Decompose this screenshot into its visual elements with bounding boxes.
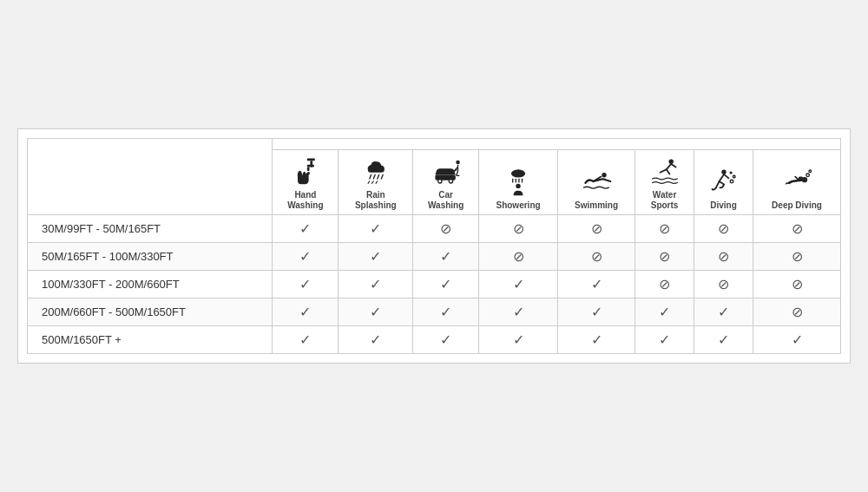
table-row: 50M/165FT - 100M/330FT✓✓✓⊘⊘⊘⊘⊘ <box>28 243 841 271</box>
value-cell: ✓ <box>273 326 339 354</box>
no-mark: ⊘ <box>792 277 803 292</box>
value-cell: ✓ <box>413 271 479 298</box>
no-mark: ⊘ <box>792 221 803 236</box>
no-mark: ⊘ <box>718 221 729 236</box>
col-rain-splashing: RainSplashing <box>339 150 413 215</box>
col-water-sports-label: WaterSports <box>639 190 690 211</box>
table-row: 100M/330FT - 200M/660FT✓✓✓✓✓⊘⊘⊘ <box>28 271 841 298</box>
main-table-wrapper: HandWashing <box>17 128 851 364</box>
check-mark: ✓ <box>792 332 803 347</box>
no-mark: ⊘ <box>513 249 524 264</box>
value-cell: ✓ <box>339 326 413 354</box>
value-cell: ✓ <box>694 326 753 354</box>
value-cell: ✓ <box>479 326 558 354</box>
value-cell: ✓ <box>413 298 479 326</box>
value-cell: ✓ <box>557 326 635 354</box>
svg-line-12 <box>376 181 378 184</box>
value-cell: ✓ <box>273 271 339 298</box>
check-mark: ✓ <box>440 277 451 292</box>
check-mark: ✓ <box>659 332 670 347</box>
value-cell: ✓ <box>413 243 479 271</box>
svg-point-37 <box>733 175 735 178</box>
check-mark: ✓ <box>299 332 311 347</box>
value-cell: ✓ <box>479 298 558 326</box>
col-car-washing-label: CarWashing <box>417 190 475 211</box>
value-cell: ⊘ <box>557 215 635 243</box>
no-mark: ⊘ <box>792 249 803 264</box>
value-cell: ✓ <box>273 215 339 243</box>
check-mark: ✓ <box>370 277 381 292</box>
col-hand-washing: HandWashing <box>273 150 339 215</box>
value-cell: ✓ <box>479 271 558 298</box>
value-cell: ✓ <box>339 243 413 271</box>
svg-point-43 <box>809 170 812 173</box>
check-mark: ✓ <box>370 221 381 236</box>
value-cell: ✓ <box>753 326 841 354</box>
value-cell: ⊘ <box>753 271 841 298</box>
value-cell: ⊘ <box>557 243 635 271</box>
check-mark: ✓ <box>440 249 451 264</box>
value-cell: ✓ <box>557 271 635 298</box>
svg-line-20 <box>456 171 457 175</box>
col-diving: Diving <box>694 150 753 215</box>
value-cell: ⊘ <box>753 243 841 271</box>
svg-line-7 <box>373 175 375 180</box>
waterproof-table: HandWashing <box>27 138 841 354</box>
value-cell: ⊘ <box>635 215 694 243</box>
svg-rect-3 <box>307 167 310 172</box>
water-sports-icon <box>649 155 681 187</box>
right-header <box>273 139 841 150</box>
range-cell: 30M/99FT - 50M/165FT <box>28 215 273 243</box>
check-mark: ✓ <box>591 305 602 319</box>
car-wash-icon <box>431 155 462 187</box>
value-cell: ✓ <box>694 298 753 326</box>
no-mark: ⊘ <box>718 249 729 264</box>
value-cell: ⊘ <box>635 271 694 298</box>
check-mark: ✓ <box>299 277 311 292</box>
svg-line-6 <box>370 175 372 180</box>
svg-line-10 <box>368 181 370 184</box>
col-water-sports: WaterSports <box>635 150 694 215</box>
check-mark: ✓ <box>370 332 381 347</box>
svg-point-42 <box>806 174 810 177</box>
no-mark: ⊘ <box>591 221 602 236</box>
svg-point-14 <box>437 179 442 183</box>
value-cell: ✓ <box>635 298 694 326</box>
svg-point-38 <box>730 172 732 174</box>
col-swimming: Swimming <box>557 150 635 215</box>
diving-icon <box>708 166 740 197</box>
svg-point-15 <box>449 179 453 183</box>
table-row: 200M/660FT - 500M/1650FT✓✓✓✓✓✓✓⊘ <box>28 298 841 326</box>
svg-line-34 <box>671 164 675 167</box>
value-cell: ✓ <box>557 298 635 326</box>
col-swimming-label: Swimming <box>562 200 631 211</box>
col-diving-label: Diving <box>698 200 749 211</box>
check-mark: ✓ <box>591 277 602 292</box>
value-cell: ⊘ <box>694 271 753 298</box>
col-showering: Showering <box>479 150 558 215</box>
table-row: 30M/99FT - 50M/165FT✓✓⊘⊘⊘⊘⊘⊘ <box>28 215 841 243</box>
check-mark: ✓ <box>513 332 524 347</box>
value-cell: ✓ <box>339 215 413 243</box>
no-mark: ⊘ <box>718 277 729 292</box>
check-mark: ✓ <box>718 332 729 347</box>
svg-line-11 <box>372 181 373 184</box>
hand-wash-icon <box>290 155 321 187</box>
svg-point-30 <box>516 184 520 188</box>
range-cell: 500M/1650FT + <box>28 326 273 354</box>
svg-point-16 <box>456 161 460 165</box>
svg-rect-25 <box>517 170 520 174</box>
value-cell: ⊘ <box>694 243 753 271</box>
value-cell: ⊘ <box>479 215 558 243</box>
value-cell: ✓ <box>339 298 413 326</box>
check-mark: ✓ <box>370 305 381 319</box>
col-deep-diving: Deep Diving <box>753 150 841 215</box>
value-cell: ⊘ <box>753 298 841 326</box>
svg-rect-2 <box>307 165 314 167</box>
col-hand-washing-label: HandWashing <box>276 190 334 211</box>
value-cell: ✓ <box>635 326 694 354</box>
no-mark: ⊘ <box>659 249 670 264</box>
range-cell: 50M/165FT - 100M/330FT <box>28 243 273 271</box>
col-showering-label: Showering <box>483 200 554 211</box>
check-mark: ✓ <box>591 332 602 347</box>
